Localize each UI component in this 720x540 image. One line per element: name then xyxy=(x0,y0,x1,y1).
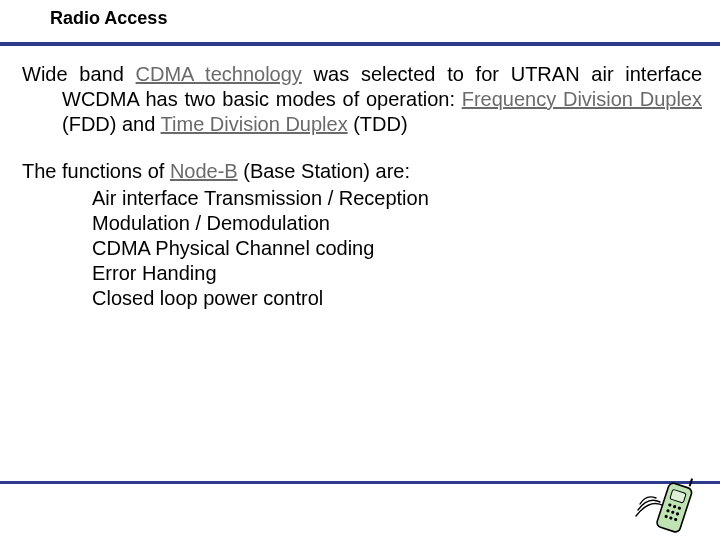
link-fdd[interactable]: Frequency Division Duplex xyxy=(462,88,702,110)
list-item: Air interface Transmission / Reception xyxy=(92,186,702,211)
link-node-b[interactable]: Node-B xyxy=(170,160,238,182)
slide-body: Wide band CDMA technology was selected t… xyxy=(22,62,702,311)
p2-text-a: The functions of xyxy=(22,160,170,182)
paragraph-2: The functions of Node-B (Base Station) a… xyxy=(22,159,702,184)
phone-icon xyxy=(632,474,702,534)
p1-text-c: (FDD) and xyxy=(62,113,161,135)
list-item: Closed loop power control xyxy=(92,286,702,311)
slide: Radio Access Wide band CDMA technology w… xyxy=(0,0,720,540)
list-item: CDMA Physical Channel coding xyxy=(92,236,702,261)
bottom-divider xyxy=(0,481,720,484)
link-tdd[interactable]: Time Division Duplex xyxy=(161,113,348,135)
list-item: Error Handing xyxy=(92,261,702,286)
list-item: Modulation / Demodulation xyxy=(92,211,702,236)
p2-text-b: (Base Station) are: xyxy=(238,160,410,182)
paragraph-1: Wide band CDMA technology was selected t… xyxy=(22,62,702,137)
top-divider xyxy=(0,42,720,46)
link-cdma-technology[interactable]: CDMA technology xyxy=(136,63,302,85)
functions-list: Air interface Transmission / Reception M… xyxy=(22,186,702,311)
p1-text-d: (TDD) xyxy=(348,113,408,135)
slide-title: Radio Access xyxy=(50,8,167,29)
svg-line-11 xyxy=(690,479,692,487)
p1-text-a: Wide band xyxy=(22,63,136,85)
